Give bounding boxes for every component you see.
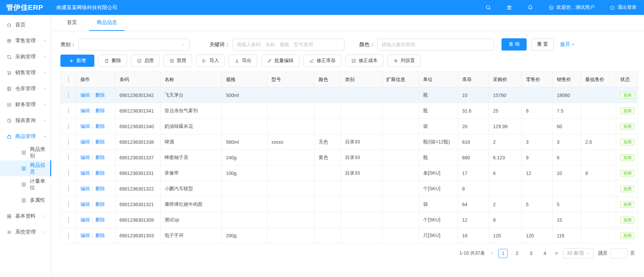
- row-checkbox[interactable]: [68, 123, 69, 130]
- row-checkbox[interactable]: [68, 139, 69, 145]
- edit-link[interactable]: 编辑: [80, 217, 90, 222]
- cell-retail_price: 8: [522, 103, 553, 119]
- prev-page-button[interactable]: <: [490, 251, 494, 256]
- sidebar-item-multi-attribute[interactable]: 多属性: [0, 192, 51, 208]
- page-number-2[interactable]: 2: [512, 249, 522, 258]
- disable-button[interactable]: 禁用: [164, 55, 192, 67]
- edit-link[interactable]: 编辑: [80, 201, 90, 207]
- delete-link[interactable]: 删除: [95, 108, 105, 113]
- row-checkbox[interactable]: [68, 186, 69, 192]
- sidebar-item-goods-category[interactable]: 商品类别: [0, 144, 51, 160]
- column-header-stock: 库存: [458, 72, 489, 87]
- tab-home[interactable]: 首页: [59, 15, 84, 31]
- delete-link[interactable]: 删除: [95, 92, 105, 98]
- row-checkbox[interactable]: [68, 217, 69, 223]
- page-number-4[interactable]: 4: [540, 249, 549, 258]
- chevron-down-icon: [43, 71, 47, 75]
- sidebar-item-goods-info[interactable]: 商品信息: [0, 160, 51, 176]
- edit-link[interactable]: 编辑: [80, 139, 90, 144]
- select-all-checkbox[interactable]: [68, 77, 69, 83]
- doc-icon: [21, 166, 26, 171]
- user-menu[interactable]: 欢迎您，测试用户: [548, 4, 594, 11]
- tab-goods-info[interactable]: 商品信息: [89, 15, 125, 31]
- fix-cost-button-label: 修正成本: [359, 58, 378, 64]
- row-checkbox[interactable]: [68, 155, 69, 161]
- export-button[interactable]: 导出: [229, 55, 257, 67]
- keyword-input[interactable]: [232, 39, 344, 51]
- status-badge: 启用: [620, 201, 634, 208]
- bank-icon[interactable]: [506, 4, 512, 11]
- edit-link[interactable]: 编辑: [80, 186, 90, 191]
- chevron-down-icon: [43, 214, 47, 218]
- filter-bar: 类别： 关键词： 颜色： 查询 重置 展开: [60, 38, 635, 51]
- page-number-3[interactable]: 3: [526, 249, 535, 258]
- cell-color: 无色: [315, 134, 341, 150]
- import-button[interactable]: 导入: [196, 55, 225, 67]
- sidebar-item-basic-data[interactable]: 基本资料: [0, 208, 51, 224]
- add-button[interactable]: 新增: [60, 55, 94, 67]
- delete-link[interactable]: 删除: [95, 139, 105, 144]
- chevron-down-icon: [43, 55, 47, 59]
- delete-link[interactable]: 删除: [95, 233, 105, 238]
- edit-link[interactable]: 编辑: [80, 92, 90, 98]
- cell-sale_price: 15: [553, 212, 581, 228]
- sidebar-item-report-query[interactable]: 报表查询: [0, 113, 51, 128]
- delete-link[interactable]: 删除: [95, 217, 105, 222]
- bell-icon[interactable]: [527, 4, 533, 11]
- sidebar-item-finance-management[interactable]: 财务管理: [0, 97, 51, 113]
- edit-link[interactable]: 编辑: [80, 108, 90, 113]
- logout-button[interactable]: 退出登录: [609, 4, 637, 11]
- edit-link[interactable]: 编辑: [80, 123, 90, 129]
- category-select[interactable]: [78, 39, 190, 51]
- page-number-1[interactable]: 1: [498, 249, 508, 258]
- row-checkbox-cell: [61, 119, 76, 134]
- delete-button[interactable]: 删除: [98, 55, 127, 67]
- cell-category: [341, 103, 382, 119]
- fix-cost-button[interactable]: 修正成本: [345, 55, 383, 67]
- delete-link[interactable]: 删除: [95, 186, 105, 191]
- fix-stock-button[interactable]: 修正库存: [303, 55, 341, 67]
- cell-model: [267, 165, 315, 181]
- search-icon[interactable]: [485, 4, 491, 11]
- sidebar-item-home[interactable]: 首页: [0, 17, 51, 33]
- expand-link[interactable]: 展开: [560, 41, 575, 48]
- edit-link[interactable]: 编辑: [80, 170, 90, 176]
- enable-button[interactable]: 启用: [131, 55, 159, 67]
- page-size-select[interactable]: 10 条/页: [563, 248, 593, 258]
- delete-link[interactable]: 删除: [95, 155, 105, 160]
- sidebar-item-purchase-management[interactable]: 采购管理: [0, 49, 51, 65]
- search-button[interactable]: 查询: [501, 38, 527, 51]
- sidebar-item-retail-management[interactable]: 零售管理: [0, 33, 51, 49]
- next-page-button[interactable]: >: [554, 251, 558, 256]
- edit-link[interactable]: 编辑: [80, 155, 90, 160]
- batch-edit-button[interactable]: 批量编辑: [261, 55, 299, 67]
- doc-icon: [21, 182, 26, 187]
- row-checkbox[interactable]: [68, 233, 69, 239]
- sidebar-item-system-management[interactable]: 系统管理: [0, 224, 51, 240]
- app-logo: 管伊佳ERP: [0, 3, 52, 12]
- status-badge: 启用: [620, 217, 634, 223]
- sidebar-item-sales-management[interactable]: 销售管理: [0, 65, 51, 81]
- check-square-icon: [137, 58, 142, 63]
- pie-icon: [6, 118, 12, 123]
- cell-spec: [222, 212, 267, 228]
- color-input[interactable]: [377, 39, 494, 51]
- column-settings-button[interactable]: 列设置: [387, 55, 421, 67]
- row-checkbox[interactable]: [68, 92, 69, 98]
- user-circle-icon: [548, 5, 554, 11]
- delete-link[interactable]: 删除: [95, 170, 105, 176]
- cell-purchase_price: 2: [489, 197, 522, 212]
- reset-button[interactable]: 重置: [531, 38, 554, 51]
- column-header-spec: 规格: [222, 72, 267, 87]
- delete-link[interactable]: 删除: [95, 123, 105, 129]
- jump-page-input[interactable]: [610, 248, 627, 258]
- row-checkbox[interactable]: [68, 201, 69, 207]
- row-checkbox[interactable]: [68, 108, 69, 114]
- row-checkbox[interactable]: [68, 170, 69, 176]
- delete-link[interactable]: 删除: [95, 201, 105, 207]
- status-badge: 启用: [620, 185, 634, 192]
- sidebar-item-goods-management[interactable]: 商品管理: [0, 128, 51, 144]
- sidebar-item-warehouse-management[interactable]: 仓库管理: [0, 81, 51, 97]
- sidebar-item-measure-unit[interactable]: 计量单位: [0, 176, 51, 192]
- edit-link[interactable]: 编辑: [80, 233, 90, 238]
